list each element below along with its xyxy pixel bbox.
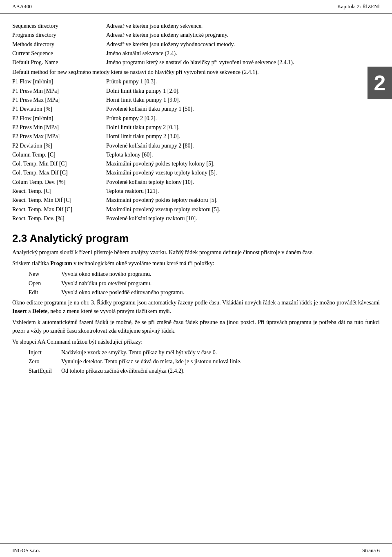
definitions-table-1: Sequences directoryAdresář ve kterém jso… (12, 22, 380, 67)
def-term: Programs directory (12, 31, 106, 40)
definition-row: React. Temp. [C]Teplota reaktoru [121]. (12, 187, 380, 196)
definition-row: Programs directoryAdresář ve kterém jsou… (12, 31, 380, 40)
list-item: ZeroVynuluje detektor. Tento příkaz se d… (29, 358, 380, 366)
definition-row: Default Prog. NameJméno programu který s… (12, 58, 380, 67)
def-value: Horní limit tlaku pumpy 1 [9.0]. (106, 96, 380, 105)
def-value: Jméno programu který se nastaví do hlavi… (106, 58, 380, 67)
list-term: StartEquil (29, 367, 61, 375)
list-term: Open (29, 280, 61, 288)
def-value: Teplota reaktoru [121]. (106, 187, 380, 196)
list-term: Zero (29, 358, 61, 366)
def-value: Dolní limit tlaku pumpy 1 [2.0]. (106, 87, 380, 96)
list-def: Vyvolá okno editace nového programu. (61, 270, 380, 278)
default-method-row: Default method for new seqJméno metody k… (12, 68, 380, 76)
def-term: P1 Deviation [%] (12, 105, 106, 114)
def-value: Horní limit tlaku pumpy 2 [3.0]. (106, 132, 380, 141)
def-term: Default Prog. Name (12, 58, 106, 67)
definition-row: P2 Deviation [%]Povolené kolísání tlaku … (12, 141, 380, 150)
def-term: P1 Flow [ml/min] (12, 77, 106, 86)
body-paragraph-4: Vzhledem k automatickémů řazení řádků je… (12, 318, 380, 335)
body-paragraph-5: Ve sloupci AA Command můžou být následuj… (12, 338, 380, 346)
def-value: Povolené kolísání tlaku pumpy 2 [80]. (106, 141, 380, 150)
list-def: Vyvolá nabídku pro otevření programu. (61, 280, 380, 288)
definition-row: Column Temp. [C]Teplota kolony [60]. (12, 150, 380, 159)
def-value: Průtok pumpy 1 [0.3]. (106, 77, 380, 86)
def-term: P2 Deviation [%] (12, 141, 106, 150)
def-term: Col. Temp. Min Dif [C] (12, 159, 106, 168)
list-item: EditVyvolá okno editace posledňě editova… (29, 289, 380, 297)
list-def: Vyvolá okno editace posledňě editovaného… (61, 289, 380, 297)
def-term: P2 Press Min [MPa] (12, 123, 106, 132)
footer-left: INGOS s.r.o. (12, 547, 40, 554)
header-left: AAA400 (12, 3, 32, 10)
definition-row: P2 Press Max [MPa]Horní limit tlaku pump… (12, 132, 380, 141)
def-value: Adresář ve kterém jsou uloženy sekvence. (106, 22, 380, 31)
def-value: Adresář ve kterém jsou uloženy analytick… (106, 31, 380, 40)
definition-row: P2 Flow [ml/min]Průtok pumpy 2 [0.2]. (12, 114, 380, 123)
list-term: New (29, 270, 61, 278)
def-value: Maximální povolený vzestup teploty kolon… (106, 168, 380, 177)
def-term: Methods directory (12, 40, 106, 49)
def-term: P1 Press Max [MPa] (12, 96, 106, 105)
def-term: P1 Press Min [MPa] (12, 87, 106, 96)
section-heading: 2.3 Analytický program (12, 232, 380, 245)
list-term: Inject (29, 349, 61, 357)
def-value: Teplota kolony [60]. (106, 150, 380, 159)
definition-row: Col. Temp. Max Dif [C]Maximální povolený… (12, 168, 380, 177)
definition-row: P1 Press Min [MPa]Dolní limit tlaku pump… (12, 87, 380, 96)
def-term: Column Temp. [C] (12, 150, 106, 159)
definition-row: React. Temp. Max Dif [C]Maximální povole… (12, 205, 380, 214)
def-term: React. Temp. Max Dif [C] (12, 205, 106, 214)
definition-row: Methods directoryAdresář ve kterém jsou … (12, 40, 380, 49)
definition-row: Sequences directoryAdresář ve kterém jso… (12, 22, 380, 31)
body-paragraph-3: Okno editace programu je na obr. 3. Řádk… (12, 298, 380, 315)
definition-row: Colum Temp. Dev. [%]Povolené kolísání te… (12, 178, 380, 187)
def-term: React. Temp. Min Dif [C] (12, 196, 106, 205)
def-value: Povolené kolísání teploty kolony [10]. (106, 178, 380, 187)
def-term: Col. Temp. Max Dif [C] (12, 168, 106, 177)
body-paragraph-2: Stiskem tlačítka Program v technologické… (12, 259, 380, 268)
page-header: AAA400 Kapitola 2: ŘÍZENÍ (0, 0, 392, 13)
list-def: Nadávkuje vzork ze smyčky. Tento příkaz … (61, 349, 380, 357)
menu-items-list: NewVyvolá okno editace nového programu.O… (29, 270, 380, 297)
list-item: OpenVyvolá nabídku pro otevření programu… (29, 280, 380, 288)
def-value: Maximální povolený pokles teploty kolony… (106, 159, 380, 168)
definition-row: P1 Deviation [%]Povolené kolísání tlaku … (12, 105, 380, 114)
definition-row: React. Temp. Min Dif [C]Maximální povole… (12, 196, 380, 205)
def-term: Current Sequence (12, 49, 106, 58)
definition-row: React. Temp. Dev. [%]Povolené kolísání t… (12, 214, 380, 223)
list-term: Edit (29, 289, 61, 297)
list-item: NewVyvolá okno editace nového programu. (29, 270, 380, 278)
def-term: P2 Flow [ml/min] (12, 114, 106, 123)
def-value: Maximální povolený pokles teploty reakto… (106, 196, 380, 205)
page-footer: INGOS s.r.o. Strana 6 (0, 544, 392, 557)
definition-row: Col. Temp. Min Dif [C]Maximální povolený… (12, 159, 380, 168)
header-right: Kapitola 2: ŘÍZENÍ (337, 3, 380, 10)
body-paragraph-1: Analytický program slouží k řízení příst… (12, 248, 380, 257)
def-value: Jméno aktuální sekvence (2.4). (106, 49, 380, 58)
def-term: Sequences directory (12, 22, 106, 31)
def-value: Adresář ve kterém jsou uloženy vyhodnoco… (106, 40, 380, 49)
program-items-list: InjectNadávkuje vzork ze smyčky. Tento p… (29, 349, 380, 375)
def-value: Povolené kolísání teploty reaktoru [10]. (106, 214, 380, 223)
definitions-table-2: P1 Flow [ml/min]Průtok pumpy 1 [0.3].P1 … (12, 77, 380, 223)
definition-row: P1 Flow [ml/min]Průtok pumpy 1 [0.3]. (12, 77, 380, 86)
definition-row: Current SequenceJméno aktuální sekvence … (12, 49, 380, 58)
def-value: Povolené kolísání tlaku pumpy 1 [50]. (106, 105, 380, 114)
def-value: Dolní limit tlaku pumpy 2 [0.1]. (106, 123, 380, 132)
footer-right: Strana 6 (362, 547, 380, 554)
def-value: Průtok pumpy 2 [0.2]. (106, 114, 380, 123)
list-item: StartEquilOd tohoto příkazu začíná ekvil… (29, 367, 380, 375)
definition-row: P1 Press Max [MPa]Horní limit tlaku pump… (12, 96, 380, 105)
content: 2 Sequences directoryAdresář ve kterém j… (0, 13, 392, 401)
def-value: Maximální povolený vzestup teploty reakt… (106, 205, 380, 214)
def-term: React. Temp. Dev. [%] (12, 214, 106, 223)
chapter-badge: 2 (368, 67, 392, 99)
def-term: Colum Temp. Dev. [%] (12, 178, 106, 187)
definition-row: P2 Press Min [MPa]Dolní limit tlaku pump… (12, 123, 380, 132)
def-term: P2 Press Max [MPa] (12, 132, 106, 141)
def-term: React. Temp. [C] (12, 187, 106, 196)
list-def: Od tohoto příkazu začíná ekvilibrační an… (61, 367, 380, 375)
list-item: InjectNadávkuje vzork ze smyčky. Tento p… (29, 349, 380, 357)
list-def: Vynuluje detektor. Tento příkaz se dává … (61, 358, 380, 366)
